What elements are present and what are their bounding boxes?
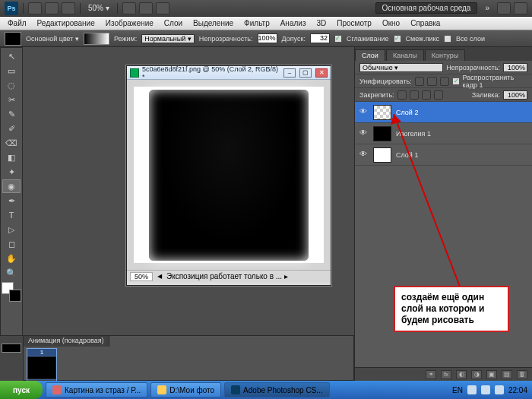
tool-brush[interactable]: ✐ <box>2 122 21 135</box>
menu-3d[interactable]: 3D <box>312 17 331 29</box>
doc-zoom-input[interactable]: 50% <box>130 272 153 281</box>
tool-gradient[interactable]: ◧ <box>2 150 21 164</box>
menu-filter[interactable]: Фильтр <box>239 17 274 29</box>
tool-dodge[interactable]: ◉ <box>2 179 21 193</box>
tool-zoom[interactable]: 🔍 <box>2 266 21 280</box>
option-swatch[interactable] <box>5 32 21 46</box>
tab-channels[interactable]: Каналы <box>386 49 424 61</box>
new-layer-icon[interactable]: ▤ <box>502 370 512 379</box>
trash-icon[interactable]: 🗑 <box>517 370 527 379</box>
lock-pixels-icon[interactable] <box>410 90 419 100</box>
chevron-double-icon[interactable]: » <box>485 4 489 12</box>
fill-input[interactable]: 100% <box>503 90 527 100</box>
lock-trans-icon[interactable] <box>397 90 407 100</box>
visibility-icon[interactable]: 👁 <box>358 150 369 160</box>
adjustment-icon[interactable]: ◑ <box>471 370 482 379</box>
doc-minimize-icon[interactable]: – <box>283 68 296 78</box>
hand-icon[interactable] <box>122 2 136 14</box>
swatch-label[interactable]: Основной цвет ▾ <box>26 35 79 43</box>
tool-shape[interactable]: ◻ <box>2 237 21 251</box>
workspace-switcher[interactable]: Основная рабочая среда <box>375 2 478 14</box>
layer-name[interactable]: Слой 1 <box>396 151 529 159</box>
document-canvas[interactable] <box>127 80 331 270</box>
screen-icon[interactable] <box>62 2 75 14</box>
lock-pos-icon[interactable] <box>422 90 431 100</box>
app-topbar: Ps 50% ▾ Основная рабочая среда » <box>0 0 532 17</box>
menu-analysis[interactable]: Анализ <box>276 17 311 29</box>
menu-window[interactable]: Окно <box>378 17 404 29</box>
menu-edit[interactable]: Редактирование <box>33 17 100 29</box>
restore-app-icon[interactable] <box>514 2 527 14</box>
zoom-select[interactable]: 50% ▾ <box>85 4 112 12</box>
clock[interactable]: 22:04 <box>508 386 527 394</box>
color-swatch-left[interactable] <box>2 344 21 353</box>
tool-hand[interactable]: ✋ <box>2 252 21 265</box>
alllayers-checkbox[interactable] <box>444 35 451 43</box>
layer-opacity-input[interactable]: 100% <box>503 63 527 72</box>
tool-pen[interactable]: ✒ <box>2 194 21 207</box>
visibility-icon[interactable]: 👁 <box>358 128 369 139</box>
contiguous-checkbox[interactable]: ✓ <box>394 35 401 43</box>
tool-eyedrop[interactable]: ✎ <box>2 107 21 121</box>
tab-layers[interactable]: Слои <box>355 49 385 61</box>
taskbar-item[interactable]: Картина из страз / Р... <box>46 382 147 397</box>
fx-icon[interactable]: fx <box>441 370 451 379</box>
menu-layers[interactable]: Слои <box>160 17 187 29</box>
lock-all-icon[interactable] <box>434 90 443 100</box>
doc-close-icon[interactable]: ✕ <box>315 68 328 78</box>
smoothing-checkbox[interactable]: ✓ <box>334 35 342 43</box>
tool-lasso[interactable]: ◌ <box>2 78 21 92</box>
layer-name[interactable]: Слой 2 <box>396 109 529 116</box>
document-titlebar[interactable]: 5c0a6e8d8f21f.png @ 50% (Слой 2, RGB/8) … <box>127 66 331 80</box>
rotate-icon[interactable] <box>139 2 153 14</box>
unify-label: Унифицировать: <box>359 78 412 85</box>
menu-view[interactable]: Просмотр <box>332 17 376 29</box>
tool-move[interactable]: ↖ <box>2 49 21 63</box>
toolbox: ↖ ▭ ◌ ✂ ✎ ✐ ⌫ ◧ ✦ ◉ ✒ T ▷ ◻ ✋ 🔍 <box>0 47 23 336</box>
menu-image[interactable]: Изображение <box>101 17 158 29</box>
tool-path[interactable]: ▷ <box>2 223 21 236</box>
group-icon[interactable]: ▣ <box>486 370 497 379</box>
unify-style-icon[interactable] <box>440 77 450 86</box>
doc-maximize-icon[interactable]: ▢ <box>299 68 312 78</box>
unify-pos-icon[interactable] <box>415 77 425 86</box>
gradient-swatch[interactable] <box>84 33 109 45</box>
propagate-checkbox[interactable]: ✓ <box>452 78 459 85</box>
taskbar-item[interactable]: D:\Мои фото <box>150 382 221 397</box>
layer-row[interactable]: 👁 Слой 1 <box>355 144 532 166</box>
mask-icon[interactable]: ◐ <box>456 370 467 379</box>
tolerance-input[interactable]: 32 <box>310 33 330 43</box>
menu-select[interactable]: Выделение <box>188 17 238 29</box>
tool-eraser[interactable]: ⌫ <box>2 136 21 150</box>
background-swatch[interactable] <box>9 290 21 302</box>
tool-blur[interactable]: ✦ <box>2 165 21 179</box>
minimize-app-icon[interactable] <box>497 2 511 14</box>
layer-name[interactable]: Изогелия 1 <box>396 130 529 138</box>
link-icon[interactable]: ⚭ <box>426 370 436 379</box>
unify-vis-icon[interactable] <box>427 77 437 86</box>
menu-help[interactable]: Справка <box>406 17 445 29</box>
fg-bg-swatches[interactable] <box>2 282 21 302</box>
animation-tab[interactable]: Анимация (покадровая) <box>24 336 109 347</box>
layout-icon[interactable] <box>45 2 59 14</box>
layer-row[interactable]: 👁 Слой 2 <box>355 102 532 123</box>
layer-row[interactable]: 👁 Изогелия 1 <box>355 123 532 144</box>
tool-marquee[interactable]: ▭ <box>2 64 21 78</box>
tool-text[interactable]: T <box>2 208 21 222</box>
blend-select[interactable]: Обычные ▾ <box>359 63 443 72</box>
taskbar-item[interactable]: Adobe Photoshop CS... <box>224 382 330 397</box>
start-button[interactable]: пуск <box>0 381 43 399</box>
visibility-icon[interactable]: 👁 <box>358 107 369 118</box>
tab-paths[interactable]: Контуры <box>425 49 465 61</box>
tray-icon[interactable] <box>481 385 490 394</box>
app-logo: Ps <box>5 2 18 15</box>
opacity-input[interactable]: 100% <box>258 33 277 43</box>
arrange-icon[interactable] <box>156 2 169 14</box>
lang-indicator[interactable]: EN <box>452 386 463 394</box>
tool-crop[interactable]: ✂ <box>2 93 21 106</box>
tray-icon[interactable] <box>495 385 504 394</box>
bridge-icon[interactable] <box>28 2 42 14</box>
tray-icon[interactable] <box>467 385 477 394</box>
mode-select[interactable]: Нормальный ▾ <box>141 34 195 43</box>
menu-file[interactable]: Файл <box>3 17 31 29</box>
